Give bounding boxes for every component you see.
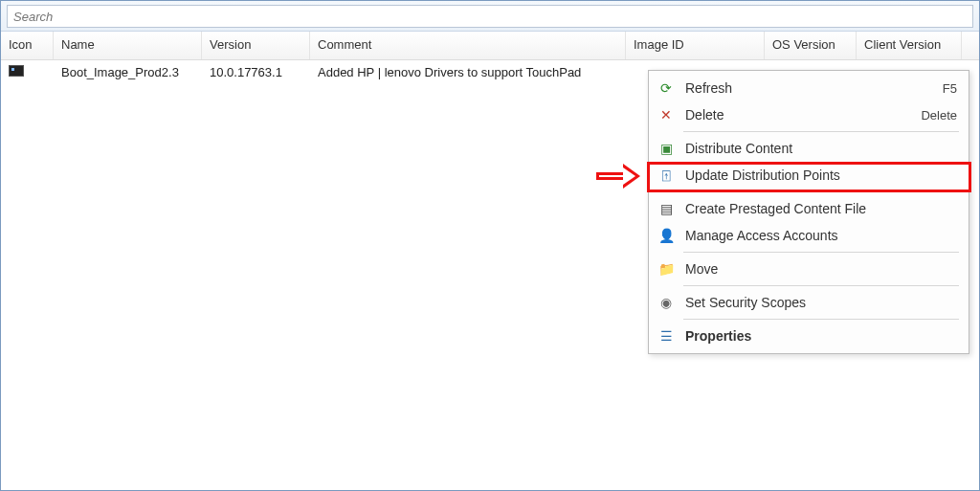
distribute-icon: ▣ xyxy=(657,139,676,158)
menu-refresh[interactable]: ⟳ Refresh F5 xyxy=(651,75,967,101)
delete-icon: ✕ xyxy=(657,105,676,124)
menu-properties-label: Properties xyxy=(685,328,957,344)
menu-refresh-label: Refresh xyxy=(685,80,943,96)
move-icon: 📁 xyxy=(657,259,676,279)
properties-icon: ☰ xyxy=(657,326,676,346)
col-header-client-version[interactable]: Client Version xyxy=(857,32,962,59)
search-bar xyxy=(1,1,979,32)
accounts-icon: 👤 xyxy=(657,226,676,245)
security-scope-icon: ◉ xyxy=(657,293,676,312)
boot-image-icon xyxy=(9,65,24,77)
menu-distribute-label: Distribute Content xyxy=(685,141,957,156)
menu-update-label: Update Distribution Points xyxy=(685,167,957,183)
menu-accounts-label: Manage Access Accounts xyxy=(685,228,957,243)
col-header-name[interactable]: Name xyxy=(54,32,202,59)
context-menu: ⟳ Refresh F5 ✕ Delete Delete ▣ Distribut… xyxy=(648,70,969,354)
row-comment: Added HP | lenovo Drivers to support Tou… xyxy=(310,65,626,79)
menu-create-prestaged[interactable]: ▤ Create Prestaged Content File xyxy=(651,195,967,222)
col-header-os-version[interactable]: OS Version xyxy=(765,32,857,59)
menu-distribute-content[interactable]: ▣ Distribute Content xyxy=(651,135,967,162)
menu-delete[interactable]: ✕ Delete Delete xyxy=(651,101,967,128)
menu-move-label: Move xyxy=(685,261,957,277)
menu-set-security-scopes[interactable]: ◉ Set Security Scopes xyxy=(651,289,967,316)
search-input[interactable] xyxy=(7,5,973,28)
menu-prestage-label: Create Prestaged Content File xyxy=(685,201,957,216)
console-window: Icon Name Version Comment Image ID OS Ve… xyxy=(0,0,980,491)
menu-scopes-label: Set Security Scopes xyxy=(685,295,957,310)
menu-refresh-accel: F5 xyxy=(943,81,957,96)
menu-separator xyxy=(683,285,959,286)
menu-separator xyxy=(683,131,959,132)
col-header-image-id[interactable]: Image ID xyxy=(626,32,765,59)
prestaged-file-icon: ▤ xyxy=(657,199,676,218)
table-header: Icon Name Version Comment Image ID OS Ve… xyxy=(1,32,979,60)
menu-separator xyxy=(683,252,959,253)
update-dp-icon: ⍐ xyxy=(657,166,676,185)
menu-update-distribution-points[interactable]: ⍐ Update Distribution Points xyxy=(651,162,967,189)
row-version: 10.0.17763.1 xyxy=(202,65,310,79)
menu-properties[interactable]: ☰ Properties xyxy=(651,323,967,349)
annotation-arrow xyxy=(596,166,646,190)
menu-delete-label: Delete xyxy=(685,107,921,123)
menu-manage-access-accounts[interactable]: 👤 Manage Access Accounts xyxy=(651,222,967,249)
col-header-comment[interactable]: Comment xyxy=(310,32,626,59)
menu-move[interactable]: 📁 Move xyxy=(651,256,967,282)
row-icon-cell xyxy=(1,63,54,81)
refresh-icon: ⟳ xyxy=(657,78,676,98)
menu-separator xyxy=(683,191,959,192)
row-name: Boot_Image_Prod2.3 xyxy=(54,65,202,79)
menu-delete-accel: Delete xyxy=(921,108,957,123)
col-header-icon[interactable]: Icon xyxy=(1,32,54,59)
col-header-version[interactable]: Version xyxy=(202,32,310,59)
menu-separator xyxy=(683,319,959,320)
